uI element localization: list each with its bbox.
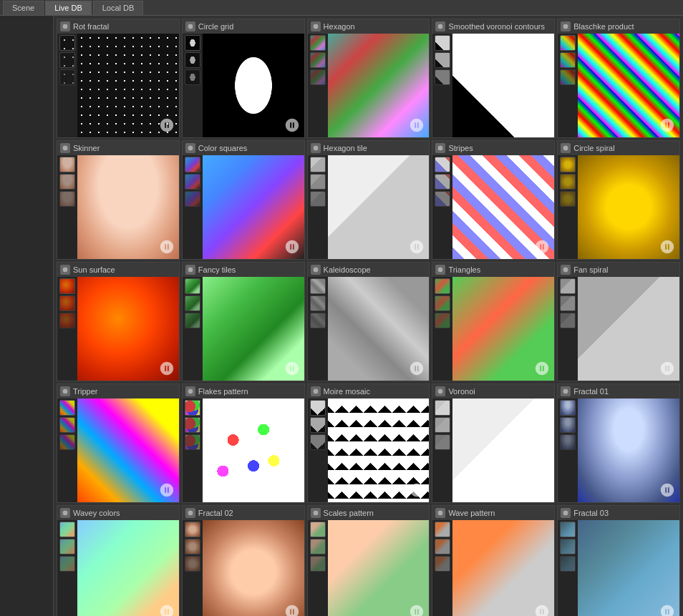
tile-thumbs-scales-pattern — [308, 520, 328, 616]
tile-title-skinner: Skinner — [73, 144, 100, 152]
tile-hexagon-tile[interactable]: Hexagon tile — [307, 140, 430, 260]
tile-icon-fan-spiral — [561, 265, 571, 275]
tile-title-scales-pattern: Scales pattern — [324, 509, 374, 517]
thumb-3-sun-surface — [59, 313, 75, 328]
thumb-2-rot-fractal — [59, 52, 75, 68]
thumb-2-tripper — [59, 417, 75, 433]
svg-point-21 — [188, 510, 193, 516]
tile-main-img-wavey-colors — [77, 520, 179, 616]
tile-title-voronoi: Voronoi — [448, 387, 475, 396]
tile-body-fancy-tiles — [183, 277, 304, 381]
tile-scales-pattern[interactable]: Scales pattern — [307, 505, 430, 616]
tile-thumbs-fancy-tiles — [183, 277, 203, 381]
watermark-icon-wave-pattern — [534, 604, 550, 616]
tile-main-img-stripes — [452, 155, 554, 259]
tile-body-voronoi — [432, 399, 554, 502]
tile-header-fractal-01: Fractal 01 — [558, 384, 679, 399]
tile-body-stripes — [432, 155, 554, 259]
thumb-2-stripes — [435, 174, 450, 190]
tile-main-img-triangles — [452, 277, 554, 381]
thumb-3-color-squares — [185, 191, 200, 207]
thumb-2-color-squares — [185, 174, 200, 190]
thumb-3-fractal-03 — [560, 556, 576, 572]
tile-thumbs-flakes-pattern — [183, 399, 203, 502]
tile-sun-surface[interactable]: Sun surface — [57, 262, 180, 381]
thumb-1-color-squares — [185, 157, 200, 172]
tile-circle-grid[interactable]: Circle grid — [182, 19, 305, 138]
thumb-1-flakes-pattern — [185, 400, 200, 416]
tile-body-sun-surface — [57, 277, 179, 381]
grid-area[interactable]: Rot fractal Circle grid — [54, 16, 683, 616]
tile-triangles[interactable]: Triangles — [432, 262, 555, 381]
tile-icon-fractal-01 — [561, 386, 571, 396]
tab-local-db[interactable]: Local DB — [93, 1, 144, 15]
tile-fractal-01[interactable]: Fractal 01 — [557, 383, 680, 503]
tile-body-tripper — [57, 399, 179, 502]
tile-wavey-colors[interactable]: Wavey colors — [57, 505, 180, 616]
tile-header-fan-spiral: Fan spiral — [558, 263, 679, 277]
tile-title-fractal-02: Fractal 02 — [198, 509, 233, 517]
tile-header-fractal-02: Fractal 02 — [183, 506, 304, 520]
svg-point-15 — [62, 388, 68, 394]
tab-scene[interactable]: Scene — [3, 1, 44, 15]
tile-wave-pattern[interactable]: Wave pattern — [432, 505, 555, 616]
tab-live-db[interactable]: Live DB — [45, 1, 92, 15]
thumb-1-stripes — [435, 157, 450, 172]
tile-header-smoothed-voronoi: Smoothed voronoi contours — [432, 19, 554, 34]
thumb-3-rot-fractal — [59, 69, 75, 85]
tile-main-img-fancy-tiles — [203, 277, 304, 381]
svg-point-1 — [188, 24, 193, 29]
tile-kaleidoscope[interactable]: Kaleidoscope — [307, 262, 430, 381]
tile-voronoi[interactable]: Voronoi — [432, 383, 555, 503]
tile-color-squares[interactable]: Color squares — [182, 140, 305, 260]
tile-title-rot-fractal: Rot fractal — [73, 22, 109, 31]
thumb-3-scales-pattern — [310, 556, 326, 572]
tile-title-fan-spiral: Fan spiral — [573, 265, 608, 274]
tile-main-img-flakes-pattern — [203, 399, 304, 502]
tile-fan-spiral[interactable]: Fan spiral — [557, 262, 680, 381]
tile-fractal-02[interactable]: Fractal 02 — [182, 505, 305, 616]
svg-point-24 — [563, 510, 568, 516]
thumb-2-hexagon-tile — [310, 174, 326, 190]
tile-body-fan-spiral — [558, 277, 679, 381]
tile-skinner[interactable]: Skinner — [57, 140, 180, 260]
thumb-1-smoothed-voronoi — [435, 35, 450, 51]
sidebar — [0, 16, 54, 616]
tile-icon-circle-spiral — [561, 143, 571, 153]
tile-icon-smoothed-voronoi — [435, 21, 445, 31]
tile-stripes[interactable]: Stripes — [432, 140, 555, 260]
tile-icon-triangles — [435, 265, 445, 275]
tile-hexagon[interactable]: Hexagon — [307, 19, 430, 138]
tile-tripper[interactable]: Tripper — [57, 383, 180, 503]
tile-body-moire-mosaic — [308, 399, 430, 502]
tile-title-circle-spiral: Circle spiral — [573, 144, 614, 152]
svg-point-8 — [437, 145, 443, 151]
tile-smoothed-voronoi[interactable]: Smoothed voronoi contours — [432, 19, 555, 138]
tile-fancy-tiles[interactable]: Fancy tiles — [182, 262, 305, 381]
tile-flakes-pattern[interactable]: Flakes pattern — [182, 383, 305, 503]
tile-body-wave-pattern — [432, 520, 554, 616]
tile-main-img-voronoi — [452, 399, 554, 502]
thumb-1-skinner — [59, 157, 75, 172]
tile-header-sun-surface: Sun surface — [57, 263, 179, 277]
tile-circle-spiral[interactable]: Circle spiral — [557, 140, 680, 260]
watermark-icon-flakes-pattern — [284, 482, 300, 498]
tile-thumbs-triangles — [432, 277, 452, 381]
svg-point-4 — [563, 24, 568, 29]
thumb-2-fractal-03 — [560, 539, 576, 554]
tile-header-wave-pattern: Wave pattern — [432, 506, 554, 520]
tile-header-triangles: Triangles — [432, 263, 554, 277]
tile-icon-wave-pattern — [435, 508, 445, 518]
tile-thumbs-hexagon — [308, 34, 328, 137]
tile-icon-tripper — [60, 386, 70, 396]
tile-body-wavey-colors — [57, 520, 179, 616]
tile-moire-mosaic[interactable]: Moire mosaic — [307, 383, 430, 503]
thumb-3-kaleidoscope — [310, 313, 326, 328]
tile-header-hexagon-tile: Hexagon tile — [308, 141, 430, 155]
watermark-icon-wavey-colors — [159, 604, 175, 616]
tile-rot-fractal[interactable]: Rot fractal — [57, 19, 180, 138]
tile-header-voronoi: Voronoi — [432, 384, 554, 399]
tile-fractal-03[interactable]: Fractal 03 — [557, 505, 680, 616]
thumb-1-blaschke — [560, 35, 576, 51]
tile-blaschke[interactable]: Blaschke product — [557, 19, 680, 138]
